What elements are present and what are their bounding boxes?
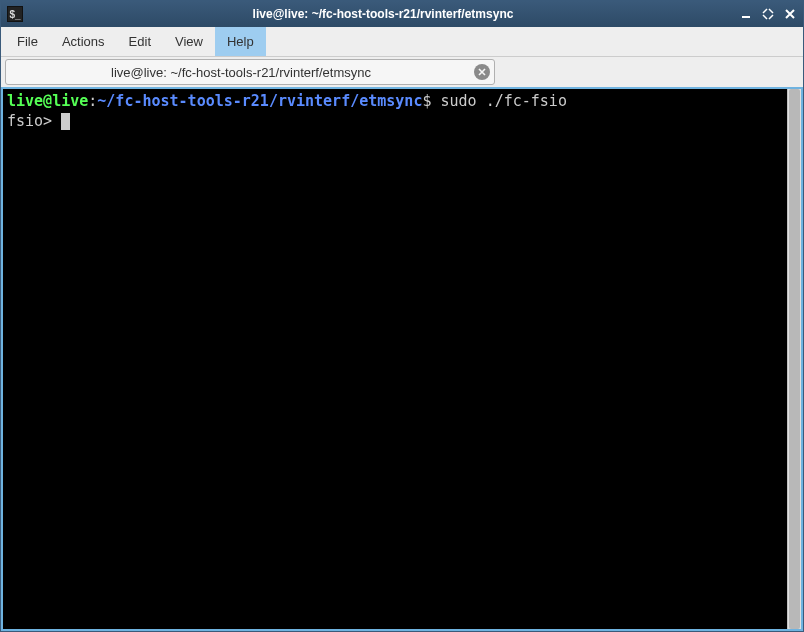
scrollbar-thumb[interactable] (789, 89, 800, 629)
app-window: $_ live@live: ~/fc-host-tools-r21/rvinte… (0, 0, 804, 632)
prompt-end: $ (422, 92, 440, 110)
output-line: fsio> (7, 112, 61, 130)
menu-edit[interactable]: Edit (117, 27, 163, 56)
terminal-frame: live@live:~/fc-host-tools-r21/rvinterf/e… (1, 87, 803, 631)
minimize-icon (741, 9, 751, 19)
close-icon (785, 9, 795, 19)
prompt-path: ~/fc-host-tools-r21/rvinterf/etmsync (97, 92, 422, 110)
menu-actions[interactable]: Actions (50, 27, 117, 56)
tab-label: live@live: ~/fc-host-tools-r21/rvinterf/… (16, 65, 466, 80)
prompt-separator: : (88, 92, 97, 110)
maximize-button[interactable] (761, 7, 775, 21)
menubar: File Actions Edit View Help (1, 27, 803, 57)
terminal-app-icon: $_ (7, 6, 23, 22)
scrollbar[interactable] (787, 89, 801, 629)
terminal-tab[interactable]: live@live: ~/fc-host-tools-r21/rvinterf/… (5, 59, 495, 85)
menu-help[interactable]: Help (215, 27, 266, 56)
close-icon (478, 68, 486, 76)
menu-view[interactable]: View (163, 27, 215, 56)
maximize-icon (762, 8, 774, 20)
close-button[interactable] (783, 7, 797, 21)
cursor (61, 113, 70, 130)
svg-rect-0 (742, 16, 750, 18)
minimize-button[interactable] (739, 7, 753, 21)
window-title: live@live: ~/fc-host-tools-r21/rvinterf/… (27, 7, 739, 21)
menu-file[interactable]: File (5, 27, 50, 56)
prompt-user: live@live (7, 92, 88, 110)
tabbar: live@live: ~/fc-host-tools-r21/rvinterf/… (1, 57, 803, 87)
titlebar[interactable]: $_ live@live: ~/fc-host-tools-r21/rvinte… (1, 1, 803, 27)
command-text: sudo ./fc-fsio (440, 92, 566, 110)
terminal-viewport[interactable]: live@live:~/fc-host-tools-r21/rvinterf/e… (3, 89, 787, 629)
window-controls (739, 7, 797, 21)
tab-close-button[interactable] (474, 64, 490, 80)
